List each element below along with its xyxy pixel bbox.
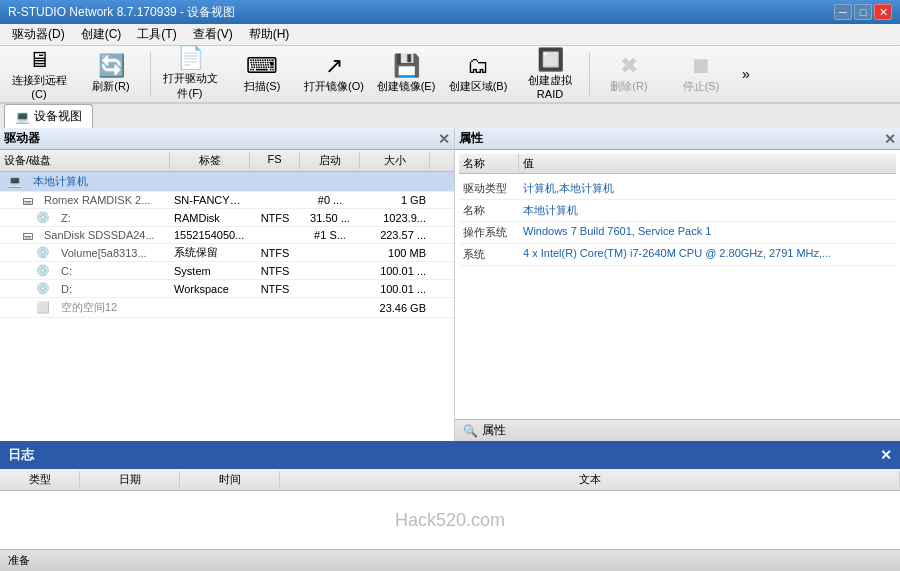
drive-fs-cell [250, 307, 300, 309]
drive-fs-cell: NTFS [250, 264, 300, 278]
drive-row[interactable]: 💻 本地计算机 [0, 172, 454, 192]
menu-drives[interactable]: 驱动器(D) [4, 24, 73, 45]
drive-name-text: Romex RAMDISK 2... [40, 193, 154, 207]
col-label: 标签 [170, 152, 250, 169]
col-device: 设备/磁盘 [0, 152, 170, 169]
tab-device-view[interactable]: 💻 设备视图 [4, 104, 93, 128]
drive-boot-cell: #1 S... [300, 228, 360, 242]
drive-row[interactable]: 🖴 Romex RAMDISK 2... SN-FANCYR... #0 ...… [0, 192, 454, 209]
open-image-icon: ↗ [325, 55, 343, 77]
menu-view[interactable]: 查看(V) [185, 24, 241, 45]
log-panel-title: 日志 [8, 446, 34, 464]
props-footer-icon: 🔍 [463, 424, 478, 438]
title-text: R-STUDIO Network 8.7.170939 - 设备视图 [8, 4, 235, 21]
maximize-button[interactable]: □ [854, 4, 872, 20]
status-bar: 准备 [0, 549, 900, 571]
drive-size-cell: 100.01 ... [360, 264, 430, 278]
create-region-label: 创建区域(B) [449, 79, 508, 94]
refresh-label: 刷新(R) [92, 79, 129, 94]
props-footer-label: 属性 [482, 422, 506, 439]
tab-device-view-icon: 💻 [15, 110, 30, 124]
main-area: 驱动器 ✕ 设备/磁盘 标签 FS 启动 大小 💻 本地计算机 🖴 Romex … [0, 128, 900, 441]
drive-label-cell: 1552154050... [170, 228, 250, 242]
drive-boot-cell [300, 252, 360, 254]
prop-name-1: 名称 [459, 200, 519, 221]
delete-button[interactable]: ✖ 删除(R) [594, 48, 664, 100]
drive-type-icon: 💿 [32, 245, 54, 260]
drive-row[interactable]: 💿 D: Workspace NTFS 100.01 ... [0, 280, 454, 298]
drive-type-icon: 🖴 [18, 193, 37, 207]
prop-col-header: 名称 值 [459, 154, 896, 174]
drive-name-text: C: [57, 264, 76, 278]
drive-size-cell: 223.57 ... [360, 228, 430, 242]
drive-name-cell: 💿 C: [0, 262, 170, 279]
drive-name-cell: 💿 D: [0, 280, 170, 297]
prop-name-2: 操作系统 [459, 222, 519, 243]
drive-label-cell: 系统保留 [170, 244, 250, 261]
drive-name-text: Volume[5a8313... [57, 246, 151, 260]
create-image-button[interactable]: 💾 创建镜像(E) [371, 48, 441, 100]
log-panel-header: 日志 ✕ [0, 441, 900, 469]
drive-type-icon: 💻 [4, 174, 26, 189]
props-panel-close-button[interactable]: ✕ [884, 131, 896, 147]
log-body: Hack520.com [0, 491, 900, 549]
log-col-type: 类型 [0, 471, 80, 488]
prop-rows: 驱动类型 计算机,本地计算机 名称 本地计算机 操作系统 Windows 7 B… [459, 178, 896, 266]
drive-label-cell [170, 181, 250, 183]
refresh-button[interactable]: 🔄 刷新(R) [76, 48, 146, 100]
prop-row: 操作系统 Windows 7 Build 7601, Service Pack … [459, 222, 896, 244]
prop-col-value: 值 [519, 154, 538, 173]
minimize-button[interactable]: ─ [834, 4, 852, 20]
drive-row[interactable]: 💿 Volume[5a8313... 系统保留 NTFS 100 MB [0, 244, 454, 262]
drive-fs-cell: NTFS [250, 282, 300, 296]
drive-row[interactable]: ⬜ 空的空间12 23.46 GB [0, 298, 454, 318]
drive-panel-close-button[interactable]: ✕ [438, 131, 450, 147]
log-col-date: 日期 [80, 471, 180, 488]
scan-button[interactable]: ⌨ 扫描(S) [227, 48, 297, 100]
drive-name-text: D: [57, 282, 76, 296]
create-region-button[interactable]: 🗂 创建区域(B) [443, 48, 513, 100]
drive-type-icon: 💿 [32, 263, 54, 278]
drive-table: 设备/磁盘 标签 FS 启动 大小 💻 本地计算机 🖴 Romex RAMDIS… [0, 150, 454, 441]
prop-col-name: 名称 [459, 154, 519, 173]
drive-fs-cell [250, 199, 300, 201]
open-image-label: 打开镜像(O) [304, 79, 364, 94]
delete-icon: ✖ [620, 55, 638, 77]
scan-icon: ⌨ [246, 55, 278, 77]
drive-label-cell: System [170, 264, 250, 278]
drive-name-cell: 🖴 Romex RAMDISK 2... [0, 192, 170, 208]
drive-type-icon: ⬜ [32, 300, 54, 315]
open-drive-file-icon: 📄 [177, 47, 204, 69]
stop-button[interactable]: ⏹ 停止(S) [666, 48, 736, 100]
menu-bar: 驱动器(D) 创建(C) 工具(T) 查看(V) 帮助(H) [0, 24, 900, 46]
close-button[interactable]: ✕ [874, 4, 892, 20]
drive-panel-title: 驱动器 [4, 130, 40, 147]
drive-size-cell: 1 GB [360, 193, 430, 207]
drive-row[interactable]: 💿 C: System NTFS 100.01 ... [0, 262, 454, 280]
drive-size-cell: 1023.9... [360, 211, 430, 225]
drive-label-cell: SN-FANCYR... [170, 193, 250, 207]
drive-name-text: 本地计算机 [29, 173, 92, 190]
toolbar-more-button[interactable]: » [738, 62, 754, 86]
drive-row[interactable]: 🖴 SanDisk SDSSDA24... 1552154050... #1 S… [0, 227, 454, 244]
open-drive-file-button[interactable]: 📄 打开驱动文件(F) [155, 48, 225, 100]
connect-remote-button[interactable]: 🖥 连接到远程(C) [4, 48, 74, 100]
toolbar-separator-2 [589, 52, 590, 96]
log-content: 类型 日期 时间 文本 Hack520.com [0, 469, 900, 549]
tab-device-view-label: 设备视图 [34, 108, 82, 125]
drive-type-icon: 🖴 [18, 228, 37, 242]
stop-icon: ⏹ [690, 55, 712, 77]
drive-row[interactable]: 💿 Z: RAMDisk NTFS 31.50 ... 1023.9... [0, 209, 454, 227]
open-image-button[interactable]: ↗ 打开镜像(O) [299, 48, 369, 100]
drive-label-cell [170, 307, 250, 309]
log-panel-close-button[interactable]: ✕ [880, 447, 892, 463]
props-footer[interactable]: 🔍 属性 [455, 419, 900, 441]
menu-help[interactable]: 帮助(H) [241, 24, 298, 45]
menu-tools[interactable]: 工具(T) [129, 24, 184, 45]
drive-fs-cell [250, 181, 300, 183]
menu-create[interactable]: 创建(C) [73, 24, 130, 45]
create-virtual-raid-button[interactable]: 🔲 创建虚拟 RAID [515, 48, 585, 100]
prop-row: 系统 4 x Intel(R) Core(TM) i7-2640M CPU @ … [459, 244, 896, 266]
prop-value-1: 本地计算机 [519, 200, 896, 221]
drive-type-icon: 💿 [32, 281, 54, 296]
